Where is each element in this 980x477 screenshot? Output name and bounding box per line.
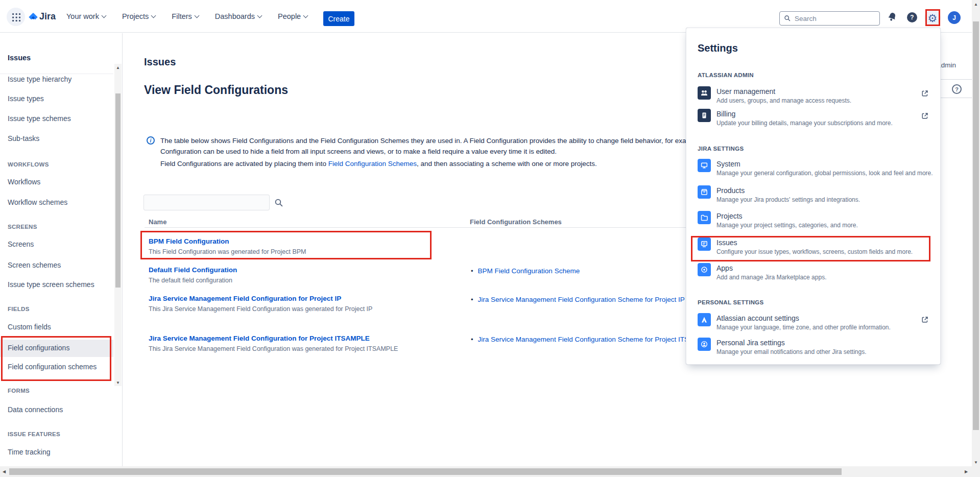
menu-item-system[interactable]: System [716,160,740,168]
settings-gear-button[interactable]: ⚙ [924,10,941,26]
menu-item-apps[interactable]: Apps [716,264,733,272]
bullet-icon: • [471,267,473,275]
sidebar-item-field-configurations[interactable]: Field configurations [8,344,69,352]
projects-icon [698,211,711,224]
gear-icon: ⚙ [928,13,938,23]
jira-admin-page: Jira Your work Projects Filters Dashboar… [0,0,980,477]
section-heading: View Field Configurations [144,83,288,97]
field-config-desc: This Jira Service Management Field Confi… [149,345,398,352]
horizontal-scrollbar-thumb[interactable] [9,468,842,475]
menu-item-issues[interactable]: Issues [716,238,737,247]
apps-icon [698,263,711,276]
sidebar-item-sub-tasks[interactable]: Sub-tasks [8,134,39,142]
app-grid-icon[interactable] [11,12,20,21]
settings-dropdown-panel: Settings ATLASSIAN ADMIN User management… [686,28,941,365]
search-input[interactable] [795,15,866,22]
field-configuration-schemes-link[interactable]: Field Configuration Schemes [328,160,417,168]
scheme-link[interactable]: BPM Field Configuration Scheme [478,267,580,275]
menu-item-desc: Update your billing details, manage your… [716,120,893,127]
products-icon [698,185,711,199]
section-label-atlassian-admin: ATLASSIAN ADMIN [698,72,754,78]
info-icon: i [147,136,155,145]
sidebar-scroll-down-arrow[interactable]: ▼ [114,379,122,386]
menu-item-billing[interactable]: Billing [716,110,735,118]
nav-your-work[interactable]: Your work [66,12,106,20]
horizontal-scrollbar[interactable]: ◀ ▶ [0,466,980,477]
sidebar-item-data-connections[interactable]: Data connections [8,406,63,414]
avatar[interactable]: J [948,11,961,24]
menu-item-products[interactable]: Products [716,186,745,195]
nav-filters[interactable]: Filters [172,12,198,20]
filter-search-icon[interactable] [274,198,284,208]
create-button[interactable]: Create [323,11,354,26]
global-search [779,11,880,26]
primary-nav: Your work Projects Filters Dashboards Pe… [66,0,347,33]
search-icon [784,15,791,22]
column-header-schemes: Field Configuration Schemes [470,218,562,226]
user-management-icon [698,86,711,100]
admin-sidebar: Issues Issue type hierarchy Issue types … [0,33,123,466]
nav-people[interactable]: People [278,12,307,20]
bullet-icon: • [471,296,473,303]
menu-item-personal-jira-settings[interactable]: Personal Jira settings [716,339,785,347]
scroll-up-arrow[interactable]: ▲ [972,0,980,8]
field-config-desc: This Jira Service Management Field Confi… [149,305,372,313]
menu-item-user-management[interactable]: User management [716,87,775,96]
menu-item-atlassian-account-settings[interactable]: Atlassian account settings [716,314,799,322]
scroll-down-arrow[interactable]: ▼ [972,458,980,466]
field-config-link-default[interactable]: Default Field Configuration [149,266,237,274]
bullet-icon: • [471,336,473,343]
sidebar-item-screens[interactable]: Screens [8,240,34,248]
section-label-jira-settings: JIRA SETTINGS [698,146,744,152]
help-icon[interactable]: ? [907,12,917,22]
atlassian-account-icon [698,313,711,326]
chevron-down-icon [102,13,107,18]
chevron-down-icon [151,13,156,18]
menu-item-desc: Manage your email notifications and othe… [716,348,867,355]
field-config-link-jsm-itsample[interactable]: Jira Service Management Field Configurat… [149,335,370,342]
issues-icon [698,237,711,251]
sidebar-item-screen-schemes[interactable]: Screen schemes [8,261,61,269]
menu-item-projects[interactable]: Projects [716,212,743,220]
sidebar-item-field-configuration-schemes[interactable]: Field configuration schemes [8,363,97,371]
nav-dashboards[interactable]: Dashboards [215,12,261,20]
menu-item-desc: Add users, groups, and manage access req… [716,97,851,104]
sidebar-item-workflows[interactable]: Workflows [8,178,40,186]
info-paragraph-line2: Configuration can be used to hide a fiel… [160,148,557,155]
field-config-link-bpm[interactable]: BPM Field Configuration [149,237,229,245]
menu-item-desc: Configure your issue types, workflows, s… [716,248,913,255]
notifications-bell-icon[interactable] [886,10,898,23]
help-question-icon[interactable]: ? [952,84,962,94]
vertical-scrollbar[interactable]: ▲ ▼ [972,0,980,466]
scheme-link[interactable]: Jira Service Management Field Configurat… [478,296,685,303]
scheme-link[interactable]: Jira Service Management Field Configurat… [478,336,712,343]
jira-logo-icon[interactable] [28,12,39,23]
billing-icon [698,109,711,122]
filter-input[interactable] [144,195,270,210]
scheme-cell: •Jira Service Management Field Configura… [471,335,712,344]
sidebar-section-forms: FORMS [8,388,30,394]
vertical-scrollbar-thumb[interactable] [973,21,979,430]
system-icon [698,159,711,172]
sidebar-item-issue-type-hierarchy[interactable]: Issue type hierarchy [8,75,71,83]
page-title: Issues [144,56,176,68]
external-link-icon [921,90,928,97]
sidebar-item-issue-type-schemes[interactable]: Issue type schemes [8,114,71,123]
sidebar-scroll-up-arrow[interactable]: ▲ [114,64,122,71]
sidebar-item-workflow-schemes[interactable]: Workflow schemes [8,198,67,206]
sidebar-section-workflows: WORKFLOWS [8,161,49,168]
sidebar-item-issue-type-screen-schemes[interactable]: Issue type screen schemes [8,280,94,289]
sidebar-item-issue-types[interactable]: Issue types [8,94,44,103]
nav-projects[interactable]: Projects [122,12,155,20]
field-config-link-jsm-ip[interactable]: Jira Service Management Field Configurat… [149,295,341,302]
menu-item-desc: Manage your general configuration, globa… [716,170,933,177]
sidebar-section-fields: FIELDS [8,306,30,312]
scroll-left-arrow[interactable]: ◀ [0,467,8,475]
sidebar-item-time-tracking[interactable]: Time tracking [8,448,51,456]
sidebar-scrollbar-thumb[interactable] [115,93,121,288]
sidebar-item-custom-fields[interactable]: Custom fields [8,323,51,331]
personal-jira-settings-icon [698,338,711,351]
menu-item-desc: Add and manage Jira Marketplace apps. [716,274,826,281]
scroll-right-arrow[interactable]: ▶ [962,467,970,475]
field-config-desc: This Field Configuration was generated f… [149,248,306,255]
